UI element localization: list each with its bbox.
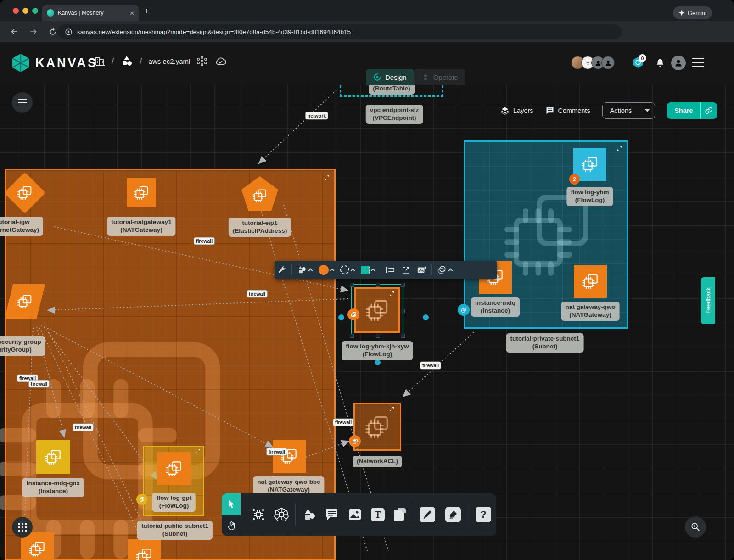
layers-button[interactable]: Layers — [500, 106, 533, 115]
help-tool-button[interactable]: ? — [472, 493, 494, 536]
select-tool-button[interactable] — [222, 493, 241, 515]
tab-operate[interactable]: Operate — [414, 69, 465, 85]
collapse-icon[interactable] — [389, 291, 394, 296]
lasso-tool-icon[interactable] — [437, 265, 452, 274]
site-info-icon[interactable] — [65, 28, 73, 36]
workspace-shapes-icon[interactable] — [120, 55, 133, 67]
collapse-icon[interactable] — [195, 448, 200, 454]
node-label-igw[interactable]: tutorial-igw(InternetGateway) — [0, 217, 43, 236]
edge-label-firewall[interactable]: firewall — [28, 380, 50, 388]
back-icon[interactable] — [9, 27, 19, 36]
reload-icon[interactable] — [48, 28, 58, 36]
text-tool-button[interactable]: T — [368, 493, 388, 536]
node-flowlog-gpt[interactable] — [157, 452, 191, 485]
node-partial-bottom[interactable] — [128, 539, 161, 560]
image-tool-button[interactable] — [345, 493, 365, 536]
flowlog-kjh-badge[interactable] — [347, 308, 359, 320]
organization-icon[interactable] — [94, 55, 105, 67]
subnet-private-badge[interactable] — [458, 304, 470, 316]
kubernetes-tool-button[interactable] — [271, 493, 291, 536]
comment-tool-button[interactable] — [322, 493, 342, 536]
fill-color-swatch[interactable] — [319, 265, 334, 275]
close-button[interactable] — [13, 8, 19, 14]
minimize-button[interactable] — [22, 8, 28, 14]
node-instance-gnx[interactable] — [36, 440, 70, 474]
browser-tab[interactable]: Kanvas | Meshery × — [42, 5, 139, 21]
shapes-style-icon[interactable] — [297, 265, 312, 274]
user-avatar[interactable] — [671, 56, 686, 70]
tab-design[interactable]: Design — [366, 69, 414, 85]
node-label-instance-mdq[interactable]: instance-mdq(Instance) — [471, 297, 520, 317]
node-natgateway-qwo[interactable] — [574, 265, 607, 298]
node-label-private-subnet[interactable]: tutorial-private-subnet1(Subnet) — [506, 333, 584, 353]
flowlog-gpt-badge[interactable] — [136, 494, 147, 505]
node-label-public-subnet[interactable]: tutorial-public-subnet1(Subnet) — [137, 521, 213, 540]
collaborator-avatar[interactable] — [601, 56, 615, 69]
configure-wrench-icon[interactable] — [278, 266, 286, 274]
edge-label-firewall[interactable]: firewall — [333, 419, 354, 426]
node-label-natgateway1[interactable]: tutorial-natgateway1(NATGateway) — [107, 217, 175, 236]
edge-label-network[interactable]: network — [305, 112, 328, 120]
design-file-name[interactable]: aws ec2.yaml — [149, 57, 191, 65]
header-menu-icon[interactable] — [692, 58, 704, 67]
rename-icon[interactable] — [385, 266, 395, 274]
networkacl-badge[interactable] — [349, 435, 361, 447]
canvas-menu-button[interactable] — [12, 92, 33, 113]
collapse-icon[interactable] — [389, 407, 394, 412]
tab-close-icon[interactable]: × — [130, 9, 134, 17]
node-label-networkacl[interactable]: (NetworkACL) — [353, 456, 402, 467]
node-label-flowlog-gpt[interactable]: flow log-gpt(FlowLog) — [152, 493, 196, 512]
edge-label-firewall[interactable]: firewall — [420, 362, 441, 370]
pan-tool-button[interactable] — [222, 515, 241, 536]
edge-label-firewall[interactable]: firewall — [194, 237, 215, 245]
gemini-button[interactable]: Gemini — [673, 6, 712, 19]
node-label-eip1[interactable]: tutorial-eip1(ElasticIPAddress) — [229, 218, 291, 237]
actions-caret[interactable] — [639, 103, 655, 118]
node-label-security-group[interactable]: tutorial-security-group(SecurityGroup) — [0, 336, 45, 356]
flowlog-yhm-count-badge[interactable]: 2 — [569, 174, 580, 185]
open-in-new-icon[interactable] — [402, 266, 410, 274]
node-label-natgateway-bbc[interactable]: nat gateway-qwo-bbc(NATGateway) — [253, 476, 324, 496]
edge-label-firewall[interactable]: firewall — [266, 448, 287, 456]
new-tab-button[interactable]: + — [144, 6, 149, 15]
design-canvas[interactable]: (RouteTable) vpc endpoint-slz(VPCEndpoin… — [0, 85, 734, 560]
selection-frame[interactable] — [351, 284, 403, 336]
node-label-natgateway-qwo[interactable]: nat gateway-qwo(NATGateway) — [561, 302, 620, 321]
add-image-icon[interactable] — [417, 266, 426, 274]
notification-badge[interactable]: 0 — [632, 56, 644, 70]
apps-grid-button[interactable] — [12, 517, 33, 538]
share-link-icon[interactable] — [700, 102, 717, 119]
node-natgateway-bbc[interactable] — [273, 440, 306, 473]
node-natgateway1[interactable] — [127, 178, 156, 207]
collaborator-avatars[interactable] — [574, 56, 615, 69]
freehand-draw-tool-button[interactable] — [442, 493, 464, 536]
share-button[interactable]: Share — [667, 102, 717, 119]
annotate-pen-tool-button[interactable] — [416, 493, 438, 536]
bell-icon[interactable] — [655, 57, 665, 68]
url-field[interactable]: kanvas.new/extension/meshmap?mode=design… — [57, 24, 622, 39]
background-style-swatch[interactable] — [361, 266, 375, 274]
kanvas-logo[interactable]: KANVAS — [11, 53, 98, 73]
cloud-sync-icon[interactable] — [214, 56, 227, 67]
zoom-search-button[interactable] — [685, 516, 706, 538]
actions-dropdown[interactable]: Actions — [602, 102, 656, 119]
maximize-button[interactable] — [32, 8, 38, 14]
actions-label: Actions — [603, 107, 639, 114]
comments-button[interactable]: Comments — [545, 106, 590, 115]
collapse-icon[interactable] — [324, 175, 330, 180]
edge-label-firewall[interactable]: firewall — [73, 424, 94, 431]
node-label-flowlog-yhm[interactable]: flow log-yhm(FlowLog) — [566, 187, 613, 206]
components-tool-button[interactable] — [248, 493, 269, 536]
shapes-tool-button[interactable] — [300, 493, 320, 536]
edge-label-firewall[interactable]: firewall — [247, 290, 268, 298]
feedback-tab[interactable]: Feedback — [701, 277, 715, 324]
collapse-icon[interactable] — [617, 146, 622, 151]
border-style-swatch[interactable] — [340, 265, 354, 274]
node-label-instance-gnx[interactable]: instance-mdq-gnx(Instance) — [22, 478, 84, 497]
node-label-flowlog-kjh[interactable]: flow log-yhm-kjh-xyw(FlowLog) — [342, 341, 413, 360]
node-label-routetable[interactable]: (RouteTable) — [369, 85, 415, 95]
forward-icon[interactable] — [28, 27, 39, 36]
node-label-vpcendpoint[interactable]: vpc endpoint-slz(VPCEndpoint) — [366, 105, 423, 124]
sticky-note-tool-button[interactable] — [389, 493, 409, 536]
mesh-sync-icon[interactable] — [196, 56, 207, 67]
